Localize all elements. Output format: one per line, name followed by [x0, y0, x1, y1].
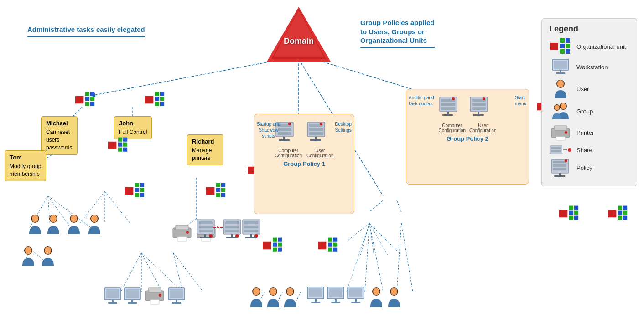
svg-point-243	[561, 103, 566, 109]
svg-rect-63	[123, 143, 127, 147]
svg-rect-49	[90, 97, 94, 101]
svg-rect-108	[333, 238, 337, 242]
svg-rect-53	[155, 92, 159, 96]
legend-user: User	[549, 79, 629, 98]
svg-rect-214	[309, 288, 322, 297]
svg-rect-192	[473, 114, 484, 116]
svg-rect-203	[618, 211, 622, 215]
svg-rect-65	[123, 148, 127, 152]
svg-rect-188	[472, 103, 486, 106]
svg-line-28	[397, 223, 401, 292]
user-icon-5	[21, 246, 36, 268]
svg-rect-185	[442, 114, 453, 116]
svg-rect-139	[199, 226, 213, 228]
legend-printer: Printer	[549, 124, 629, 141]
svg-rect-109	[328, 243, 332, 247]
svg-rect-114	[106, 289, 119, 298]
svg-line-25	[347, 223, 369, 292]
svg-rect-60	[118, 138, 122, 142]
svg-rect-200	[608, 210, 616, 218]
svg-rect-157	[245, 237, 256, 238]
svg-rect-73	[125, 187, 133, 195]
svg-rect-130	[176, 225, 188, 230]
user-icon-2	[46, 214, 61, 236]
svg-rect-247	[554, 126, 567, 130]
tom-box: Tom Modify groupmembership	[5, 150, 46, 181]
svg-rect-55	[155, 97, 159, 101]
legend-share-icon	[549, 145, 572, 155]
svg-rect-237	[554, 61, 567, 69]
svg-rect-168	[309, 132, 323, 135]
gp2-audit-label: Auditing andDisk quotas	[409, 95, 434, 107]
ou-right-mid2	[608, 205, 628, 222]
svg-marker-44	[274, 10, 324, 57]
svg-point-245	[555, 105, 560, 110]
svg-point-88	[32, 215, 38, 222]
svg-rect-116	[108, 302, 117, 304]
svg-rect-232	[560, 44, 565, 48]
ou-mid-left	[108, 137, 128, 154]
svg-rect-198	[569, 216, 573, 220]
gp2-box: ComputerConfiguration UserConfiguration …	[406, 89, 529, 185]
legend-title: Legend	[549, 24, 629, 34]
svg-rect-194	[569, 206, 573, 210]
svg-rect-123	[150, 300, 159, 304]
svg-rect-218	[329, 288, 342, 297]
svg-rect-171	[310, 139, 321, 141]
gp1-cc-label: ComputerConfiguration	[275, 148, 302, 158]
gp1-uc-label: UserConfiguration	[306, 148, 333, 158]
svg-point-162	[288, 123, 291, 125]
svg-rect-254	[553, 161, 566, 163]
svg-line-38	[397, 200, 401, 212]
michael-box: Michael Can resetusers'passwords	[41, 116, 78, 155]
svg-point-226	[373, 288, 379, 295]
svg-rect-252	[551, 150, 561, 152]
gp1-box: ComputerConfiguration UserConfiguration …	[254, 114, 354, 214]
svg-point-96	[25, 247, 31, 254]
svg-rect-145	[225, 221, 239, 224]
svg-rect-45	[75, 96, 83, 104]
svg-rect-119	[131, 300, 133, 302]
svg-rect-140	[199, 230, 213, 232]
svg-rect-105	[278, 248, 282, 252]
ws-2	[122, 287, 142, 309]
svg-rect-85	[216, 193, 220, 197]
svg-point-210	[270, 288, 276, 295]
svg-rect-122	[148, 288, 161, 292]
user-r-4	[369, 287, 384, 309]
svg-rect-81	[216, 183, 220, 187]
svg-rect-61	[123, 138, 127, 142]
svg-rect-48	[85, 97, 89, 101]
legend-ou-label: Organizational unit	[576, 43, 626, 50]
user-r-1	[249, 287, 264, 309]
svg-rect-222	[349, 288, 362, 297]
svg-line-21	[360, 223, 369, 255]
svg-rect-100	[273, 238, 277, 242]
svg-line-22	[369, 223, 374, 255]
svg-rect-182	[441, 107, 455, 110]
svg-rect-204	[623, 211, 627, 215]
svg-point-90	[50, 215, 57, 222]
svg-rect-59	[108, 142, 116, 149]
svg-point-257	[565, 159, 567, 162]
svg-rect-120	[128, 302, 137, 304]
svg-line-0	[91, 59, 283, 96]
domain-label: Domain	[284, 36, 314, 46]
gp2-start-label: Startmenu	[515, 95, 526, 107]
svg-rect-77	[140, 188, 144, 192]
svg-line-27	[369, 223, 383, 292]
legend-ou-icon	[549, 38, 572, 55]
svg-rect-126	[170, 289, 183, 298]
svg-rect-199	[574, 216, 578, 220]
svg-rect-193	[559, 210, 567, 218]
legend-user-label: User	[576, 86, 589, 92]
ws-r-2	[326, 286, 346, 308]
svg-rect-104	[273, 248, 277, 252]
svg-rect-233	[566, 44, 570, 48]
svg-rect-107	[328, 238, 332, 242]
svg-rect-224	[351, 302, 360, 303]
svg-rect-205	[618, 216, 622, 220]
svg-point-92	[71, 215, 77, 222]
svg-rect-128	[172, 302, 181, 304]
svg-rect-256	[553, 168, 566, 170]
